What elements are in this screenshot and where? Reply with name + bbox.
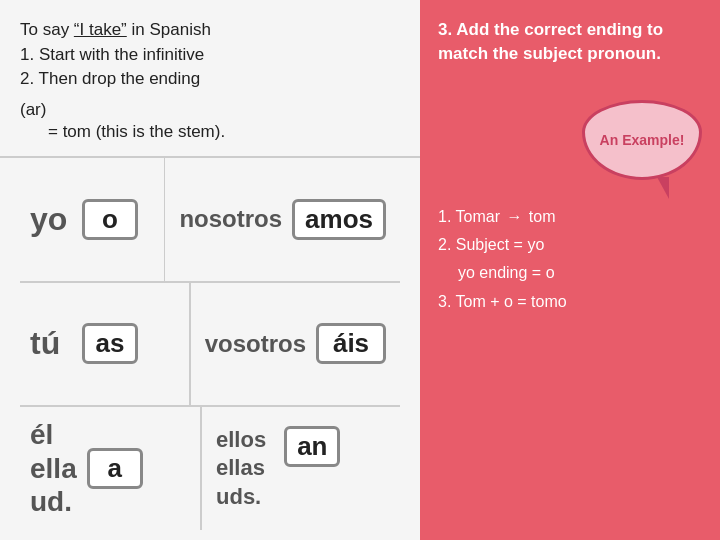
conj-row-tu: tú as vosotros áis	[20, 283, 400, 408]
conj-row-yo: yo o nosotros amos	[20, 158, 400, 283]
step2: 2. Then drop the ending	[20, 67, 400, 92]
ending-box-o: o	[82, 199, 138, 240]
example-step-1: 1. Tomar → tom	[438, 206, 702, 228]
el-ella-left: él ella ud. a	[20, 407, 200, 530]
instruction-text: Add the correct ending to match the subj…	[438, 20, 663, 63]
pronoun-yo: yo	[30, 201, 72, 238]
left-panel: To say “I take” in Spanish 1. Start with…	[0, 0, 420, 540]
stem-label: = tom (this is the stem).	[48, 122, 400, 142]
right-instructions: 3. Add the correct ending to match the s…	[438, 18, 702, 66]
speech-bubble: An Example!	[582, 100, 702, 180]
pronoun-vosotros: vosotros	[205, 330, 306, 358]
title-prefix: To say	[20, 20, 74, 39]
tu-left: tú as	[20, 315, 189, 372]
conjugation-grid: yo o nosotros amos tú as vosotros ái	[20, 158, 400, 530]
pronoun-nosotros: nosotros	[179, 205, 282, 233]
example-steps: 1. Tomar → tom 2. Subject = yo yo ending…	[438, 206, 702, 314]
pronoun-uds: uds.	[216, 483, 266, 512]
pronoun-ella: ella	[30, 452, 77, 486]
title-line: To say “I take” in Spanish	[20, 20, 211, 39]
conj-row-el: él ella ud. a ellos ellas uds.	[20, 407, 400, 530]
pronoun-ud: ud.	[30, 485, 77, 519]
step1: 1. Start with the infinitive	[20, 43, 400, 68]
pronoun-tu: tú	[30, 325, 72, 362]
example-step-2: 2. Subject = yo	[438, 234, 702, 256]
ending-box-a: a	[87, 448, 143, 489]
pronoun-ellos: ellos	[216, 426, 266, 455]
main-container: To say “I take” in Spanish 1. Start with…	[0, 0, 720, 540]
instruction-num: 3.	[438, 20, 452, 39]
title-suffix: in Spanish	[127, 20, 211, 39]
ending-box-ais: áis	[316, 323, 386, 364]
ellos-row: ellos ellas uds. an	[216, 426, 386, 512]
top-instructions: To say “I take” in Spanish 1. Start with…	[20, 18, 400, 92]
bubble-text: An Example!	[600, 132, 685, 148]
pronoun-el: él	[30, 418, 77, 452]
example-step-2b: yo ending = o	[438, 262, 702, 284]
ending-box-an: an	[284, 426, 340, 467]
nosotros-right: nosotros amos	[165, 191, 400, 248]
ending-box-amos: amos	[292, 199, 386, 240]
vosotros-right: vosotros áis	[191, 315, 400, 372]
yo-left: yo o	[20, 191, 164, 248]
pronoun-ellas: ellas	[216, 454, 266, 483]
example-step-3: 3. Tom + o = tomo	[438, 291, 702, 313]
ellos-group: ellos ellas uds.	[216, 426, 266, 512]
ending-box-as: as	[82, 323, 138, 364]
ar-label: (ar)	[20, 100, 400, 120]
title-phrase: “I take”	[74, 20, 127, 39]
ellos-right: ellos ellas uds. an	[202, 407, 400, 530]
right-panel: 3. Add the correct ending to match the s…	[420, 0, 720, 540]
